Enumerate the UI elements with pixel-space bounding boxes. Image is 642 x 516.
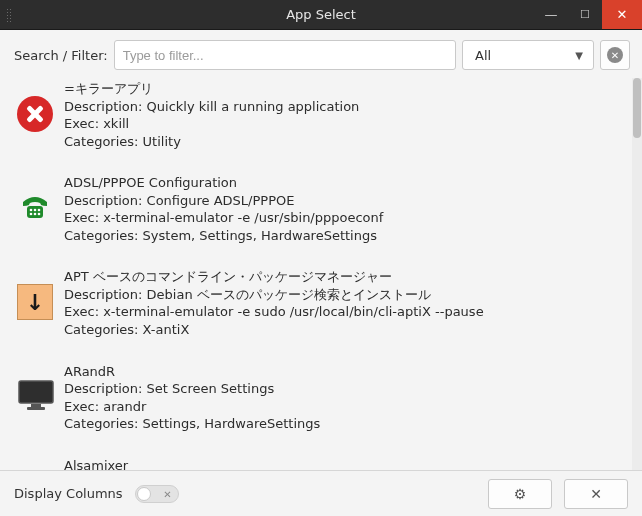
svg-rect-9 (27, 407, 45, 410)
app-exec: Exec: arandr (64, 398, 624, 416)
app-categories: Categories: X-antiX (64, 321, 624, 339)
app-categories: Categories: Utility (64, 133, 624, 151)
gear-icon: ⚙ (514, 486, 527, 502)
app-categories: Categories: System, Settings, HardwareSe… (64, 227, 624, 245)
list-item[interactable]: ADSL/PPPOE Configuration Description: Co… (0, 172, 632, 266)
svg-point-6 (38, 213, 41, 216)
app-name: ADSL/PPPOE Configuration (64, 174, 624, 192)
app-description: Description: Configure ADSL/PPPOE (64, 192, 624, 210)
list-item[interactable]: ARandR Description: Set Screen Settings … (0, 361, 632, 455)
list-item[interactable]: =キラーアプリ Description: Quickly kill a runn… (0, 78, 632, 172)
close-button[interactable]: ✕ (564, 479, 628, 509)
telephone-icon (17, 190, 53, 226)
app-name: =キラーアプリ (64, 80, 624, 98)
toggle-off-icon: ✕ (163, 488, 171, 499)
dropdown-value: All (475, 48, 491, 63)
app-exec: Exec: xkill (64, 115, 624, 133)
scrollbar-thumb[interactable] (633, 78, 641, 138)
app-name: APT ベースのコマンドライン・パッケージマネージャー (64, 268, 624, 286)
error-circle-icon (17, 96, 53, 132)
toggle-knob (137, 487, 151, 501)
svg-rect-8 (31, 404, 41, 407)
svg-point-3 (38, 209, 41, 212)
window-close-button[interactable] (602, 0, 642, 29)
svg-point-2 (34, 209, 37, 212)
settings-button[interactable]: ⚙ (488, 479, 552, 509)
app-exec: Exec: x-terminal-emulator -e sudo /usr/l… (64, 303, 624, 321)
svg-point-4 (30, 213, 33, 216)
category-dropdown[interactable]: All ▼ (462, 40, 594, 70)
app-name: Alsamixer (64, 457, 624, 470)
clear-filter-button[interactable]: ✕ (600, 40, 630, 70)
list-item[interactable]: Alsamixer Description: ALSA オーディオ (0, 455, 632, 470)
filter-label: Search / Filter: (14, 48, 108, 63)
footer-bar: Display Columns ✕ ⚙ ✕ (0, 470, 642, 516)
app-description: Description: Debian ベースのパッケージ検索とインストール (64, 286, 624, 304)
svg-point-1 (30, 209, 33, 212)
download-box-icon: ↓ (17, 284, 53, 320)
display-columns-label: Display Columns (14, 486, 123, 501)
app-list: =キラーアプリ Description: Quickly kill a runn… (0, 78, 642, 470)
app-categories: Categories: Settings, HardwareSettings (64, 415, 624, 433)
clear-icon: ✕ (607, 47, 623, 63)
scrollbar[interactable] (632, 78, 642, 470)
svg-point-5 (34, 213, 37, 216)
filter-input[interactable] (114, 40, 456, 70)
svg-rect-7 (19, 381, 53, 403)
window-maximize-button[interactable] (568, 0, 602, 29)
list-item[interactable]: ↓ APT ベースのコマンドライン・パッケージマネージャー Descriptio… (0, 266, 632, 360)
app-exec: Exec: x-terminal-emulator -e /usr/sbin/p… (64, 209, 624, 227)
titlebar: App Select (0, 0, 642, 30)
monitor-icon (17, 379, 53, 415)
app-description: Description: Quickly kill a running appl… (64, 98, 624, 116)
display-columns-toggle[interactable]: ✕ (135, 485, 179, 503)
window-minimize-button[interactable] (534, 0, 568, 29)
app-description: Description: Set Screen Settings (64, 380, 624, 398)
chevron-down-icon: ▼ (575, 50, 583, 61)
app-name: ARandR (64, 363, 624, 381)
close-icon: ✕ (590, 486, 602, 502)
filter-bar: Search / Filter: All ▼ ✕ (0, 30, 642, 78)
svg-rect-0 (27, 206, 43, 218)
